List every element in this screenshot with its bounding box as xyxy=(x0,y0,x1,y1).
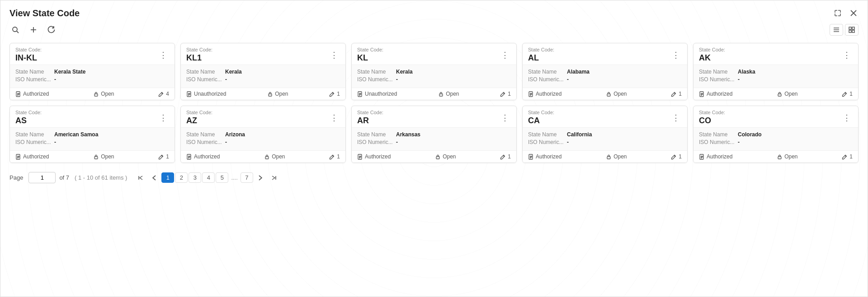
search-button[interactable] xyxy=(9,24,21,36)
card-body: State Name American Samoa ISO Numeric...… xyxy=(10,128,175,150)
card-edit-badge[interactable]: 1 xyxy=(671,153,682,160)
card-open-btn[interactable]: Open xyxy=(93,153,114,160)
card-iso-field: ISO Numeric... - xyxy=(357,76,511,83)
card-edit-badge[interactable]: 1 xyxy=(500,91,511,97)
card-state-name-label: State Name xyxy=(357,131,393,138)
card-auth-status[interactable]: Authorized xyxy=(699,153,732,160)
card-header: State Code: AK ⋮ xyxy=(693,43,858,65)
card-menu-button[interactable]: ⋮ xyxy=(499,50,511,60)
edit-count: 1 xyxy=(337,91,340,97)
header-actions xyxy=(832,8,859,19)
lock-icon xyxy=(264,154,270,160)
page-ellipsis: .... xyxy=(229,173,239,182)
next-page-button[interactable] xyxy=(254,174,267,182)
card-auth-status[interactable]: Authorized xyxy=(699,91,732,97)
edit-icon xyxy=(500,91,506,97)
card-state-code: AR xyxy=(357,116,383,125)
lock-icon xyxy=(438,91,444,97)
close-button[interactable] xyxy=(849,8,859,18)
card-kl1: State Code: KL1 ⋮ State Name Kerala ISO … xyxy=(180,43,346,100)
card-open-btn[interactable]: Open xyxy=(264,153,285,160)
lock-icon xyxy=(93,91,99,97)
card-menu-button[interactable]: ⋮ xyxy=(841,50,853,60)
card-edit-badge[interactable]: 1 xyxy=(329,91,340,97)
card-auth-status[interactable]: Authorized xyxy=(357,153,391,160)
card-iso-field: ISO Numeric... - xyxy=(699,76,853,83)
add-button[interactable] xyxy=(28,24,39,36)
card-menu-button[interactable]: ⋮ xyxy=(670,50,682,60)
pagination: Page of 7 ( 1 - 10 of 61 items ) 1 2 3 4… xyxy=(0,167,868,189)
page-button-3[interactable]: 3 xyxy=(189,172,201,183)
card-open-btn[interactable]: Open xyxy=(435,153,456,160)
card-body: State Name California ISO Numeric... - xyxy=(523,128,687,150)
page-input[interactable] xyxy=(28,172,56,183)
resize-button[interactable] xyxy=(832,8,843,19)
card-menu-button[interactable]: ⋮ xyxy=(157,113,169,123)
card-iso-label: ISO Numeric... xyxy=(699,139,735,145)
open-label: Open xyxy=(613,91,627,97)
card-menu-button[interactable]: ⋮ xyxy=(499,113,511,123)
card-header-left: State Code: KL1 xyxy=(186,47,212,63)
page-button-5[interactable]: 5 xyxy=(216,172,228,183)
grid-view-button[interactable] xyxy=(845,24,859,36)
card-open-btn[interactable]: Open xyxy=(438,91,459,97)
card-header: State Code: AZ ⋮ xyxy=(181,106,345,128)
card-auth-status[interactable]: Authorized xyxy=(186,153,220,160)
card-iso-value: - xyxy=(567,139,569,145)
card-edit-badge[interactable]: 1 xyxy=(842,153,853,160)
refresh-button[interactable] xyxy=(46,24,57,36)
card-menu-button[interactable]: ⋮ xyxy=(328,50,340,60)
page-button-7[interactable]: 7 xyxy=(241,172,253,183)
card-auth-status[interactable]: Unauthorized xyxy=(357,91,397,97)
auth-status-label: Authorized xyxy=(23,153,49,160)
card-iso-label: ISO Numeric... xyxy=(528,76,564,83)
card-menu-button[interactable]: ⋮ xyxy=(328,113,340,123)
card-menu-button[interactable]: ⋮ xyxy=(670,113,682,123)
card-open-btn[interactable]: Open xyxy=(93,91,114,97)
card-open-btn[interactable]: Open xyxy=(267,91,288,97)
card-body: State Name Kerala ISO Numeric... - xyxy=(181,65,345,88)
svg-point-2 xyxy=(13,27,17,32)
card-auth-status[interactable]: Authorized xyxy=(528,153,561,160)
card-auth-status[interactable]: Authorized xyxy=(15,153,49,160)
card-auth-status[interactable]: Authorized xyxy=(528,91,561,97)
card-edit-badge[interactable]: 1 xyxy=(158,153,169,160)
edit-count: 4 xyxy=(166,91,169,97)
page-button-1[interactable]: 1 xyxy=(161,172,174,183)
card-state-name-field: State Name American Samoa xyxy=(15,131,169,138)
card-edit-badge[interactable]: 1 xyxy=(671,91,682,97)
card-open-btn[interactable]: Open xyxy=(606,153,627,160)
card-edit-badge[interactable]: 1 xyxy=(500,153,511,160)
card-auth-status[interactable]: Authorized xyxy=(15,91,49,97)
card-menu-button[interactable]: ⋮ xyxy=(157,50,169,60)
card-state-name-field: State Name Alaska xyxy=(699,69,853,75)
card-edit-badge[interactable]: 4 xyxy=(158,91,169,97)
card-header: State Code: AL ⋮ xyxy=(523,43,687,65)
card-open-btn[interactable]: Open xyxy=(777,153,797,160)
edit-count: 1 xyxy=(679,153,682,160)
list-view-button[interactable] xyxy=(830,24,843,36)
card-edit-badge[interactable]: 1 xyxy=(329,153,340,160)
svg-rect-9 xyxy=(849,27,851,29)
card-open-btn[interactable]: Open xyxy=(777,91,797,97)
card-footer: Authorized Open 1 xyxy=(10,150,175,162)
page-button-4[interactable]: 4 xyxy=(202,172,215,183)
svg-rect-41 xyxy=(778,94,781,96)
card-state-code-label: State Code: xyxy=(186,110,212,115)
card-iso-label: ISO Numeric... xyxy=(357,76,393,83)
card-header: State Code: CO ⋮ xyxy=(693,106,858,128)
card-menu-button[interactable]: ⋮ xyxy=(841,113,853,123)
page-button-2[interactable]: 2 xyxy=(175,172,188,183)
first-page-button[interactable] xyxy=(134,174,147,182)
prev-page-button[interactable] xyxy=(148,174,160,182)
card-state-name-field: State Name Kerala xyxy=(357,69,511,75)
card-state-name-value: Kerala xyxy=(396,69,413,75)
card-body: State Name Colorado ISO Numeric... - xyxy=(693,128,858,150)
card-auth-status[interactable]: Unauthorized xyxy=(186,91,226,97)
edit-count: 1 xyxy=(508,91,511,97)
card-open-btn[interactable]: Open xyxy=(606,91,627,97)
card-edit-badge[interactable]: 1 xyxy=(842,91,853,97)
last-page-button[interactable] xyxy=(268,174,280,182)
edit-count: 1 xyxy=(679,91,682,97)
auth-status-label: Authorized xyxy=(365,153,391,160)
